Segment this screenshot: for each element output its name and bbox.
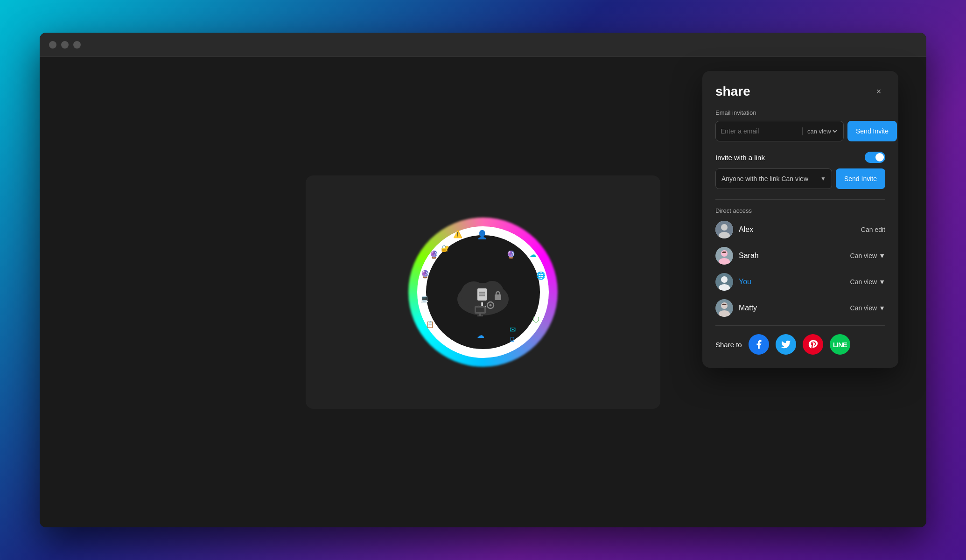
avatar-alex <box>715 221 733 238</box>
orbit-icon-3: 🌐 <box>536 271 546 280</box>
share-facebook-button[interactable] <box>749 334 769 355</box>
titlebar <box>40 33 926 57</box>
send-invite-link-button[interactable]: Send Invite <box>836 168 885 189</box>
user-name-matty: Matty <box>739 304 850 312</box>
orbit-icon-4: 🛡 <box>532 316 540 325</box>
permission-matty[interactable]: Can view ▼ <box>850 304 885 312</box>
email-row: can view can edit Send Invite <box>715 121 885 141</box>
traffic-light-maximize[interactable] <box>73 41 81 49</box>
share-line-button[interactable]: LINE <box>830 334 850 355</box>
user-row-you: You Can view ▼ <box>715 273 885 291</box>
svg-rect-14 <box>477 315 483 316</box>
svg-rect-8 <box>495 294 501 300</box>
orbit-icon-2: ☁ <box>529 250 537 259</box>
close-button[interactable]: × <box>872 85 885 98</box>
avatar-sarah <box>715 247 733 265</box>
orbit-icon-14: ✉ <box>510 325 516 334</box>
chevron-sarah-icon: ▼ <box>879 252 885 259</box>
email-permission-select[interactable]: can view can edit <box>802 127 839 135</box>
avatar-you <box>715 273 733 291</box>
orbit-icon-12: 🖥 <box>509 336 516 343</box>
invite-link-toggle[interactable] <box>865 152 885 163</box>
chevron-you-icon: ▼ <box>879 278 885 286</box>
user-row-alex: Alex Can edit <box>715 221 885 238</box>
user-row-matty: Matty Can view ▼ <box>715 299 885 317</box>
share-twitter-button[interactable] <box>776 334 796 355</box>
share-to-row: Share to LINE <box>715 334 885 355</box>
send-invite-email-button[interactable]: Send Invite <box>847 121 897 141</box>
divider-2 <box>715 325 885 326</box>
share-pinterest-button[interactable] <box>803 334 823 355</box>
main-content: 👤 ☁ 🌐 🛡 ☁ 📋 🔮 🔮 ⚠️ 🔐 🔮 🖥 💻 ✉ <box>40 57 926 527</box>
orbit-icon-1: 👤 <box>477 230 487 240</box>
link-row: Invite with a link <box>715 152 885 163</box>
share-to-label: Share to <box>715 341 742 349</box>
share-panel: share × Email invitation can view can ed… <box>702 71 898 368</box>
user-name-alex: Alex <box>739 225 861 234</box>
chevron-down-icon: ▼ <box>820 175 826 182</box>
orbit-icon-8: 🔮 <box>429 250 439 259</box>
orbit-icon-7: 🔮 <box>420 270 430 279</box>
svg-rect-3 <box>477 288 487 301</box>
email-section-label: Email invitation <box>715 109 885 116</box>
svg-point-25 <box>721 302 728 309</box>
cloud-illustration: 👤 ☁ 🌐 🛡 ☁ 📋 🔮 🔮 ⚠️ 🔐 🔮 🖥 💻 ✉ <box>408 217 558 367</box>
app-window: 👤 ☁ 🌐 🛡 ☁ 📋 🔮 🔮 ⚠️ 🔐 🔮 🖥 💻 ✉ <box>40 33 926 527</box>
user-row-sarah: Sarah Can view ▼ <box>715 247 885 265</box>
orbit-icon-13: 💻 <box>420 295 428 302</box>
email-input[interactable] <box>721 127 802 135</box>
traffic-light-close[interactable] <box>49 41 56 49</box>
image-frame: 👤 ☁ 🌐 🛡 ☁ 📋 🔮 🔮 ⚠️ 🔐 🔮 🖥 💻 ✉ <box>306 175 660 409</box>
traffic-light-minimize[interactable] <box>61 41 69 49</box>
share-title: share <box>715 84 750 99</box>
chevron-matty-icon: ▼ <box>879 304 885 312</box>
svg-rect-12 <box>476 308 484 312</box>
user-name-you: You <box>739 278 850 286</box>
svg-rect-13 <box>479 314 481 315</box>
permission-sarah[interactable]: Can view ▼ <box>850 252 885 259</box>
permission-you[interactable]: Can view ▼ <box>850 278 885 286</box>
svg-point-19 <box>721 250 728 257</box>
orbit-icon-5: ☁ <box>477 331 484 340</box>
email-input-wrap: can view can edit <box>715 121 844 141</box>
invite-link-label: Invite with a link <box>715 154 765 161</box>
svg-point-22 <box>721 276 728 283</box>
svg-point-10 <box>489 304 491 306</box>
orbit-icon-9: ⚠️ <box>453 230 462 238</box>
avatar-matty <box>715 299 733 317</box>
direct-access-label: Direct access <box>715 207 885 214</box>
permission-alex: Can edit <box>861 226 885 233</box>
user-name-sarah: Sarah <box>739 252 850 260</box>
link-permission-text: Anyone with the link Can view <box>721 175 820 182</box>
share-panel-header: share × <box>715 84 885 99</box>
link-select-row: Anyone with the link Can view ▼ Send Inv… <box>715 168 885 189</box>
orbit-icon-10: 🔐 <box>441 245 449 252</box>
link-permission-wrap[interactable]: Anyone with the link Can view ▼ <box>715 168 832 189</box>
divider-1 <box>715 199 885 200</box>
orbit-icon-11: 🔮 <box>506 250 516 259</box>
svg-point-16 <box>721 224 728 231</box>
orbit-icon-6: 📋 <box>426 321 434 328</box>
